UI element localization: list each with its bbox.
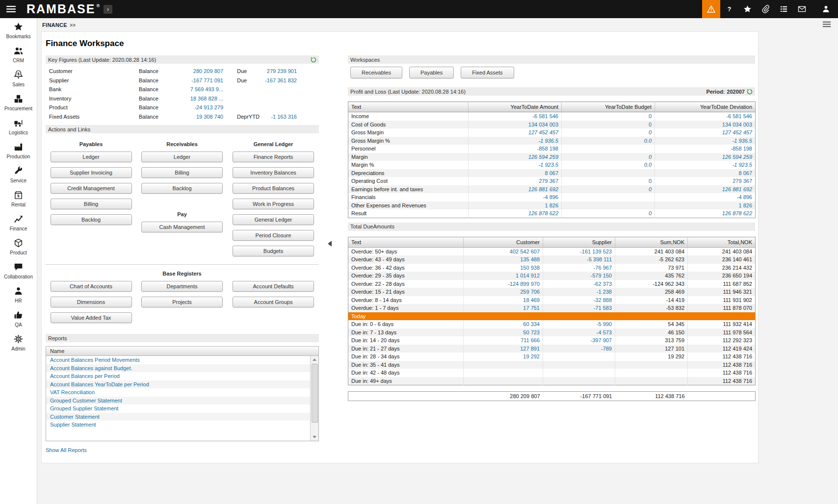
due-column-header-text[interactable]: Text bbox=[348, 237, 464, 247]
pl-deviation[interactable]: -858 198 bbox=[655, 145, 756, 153]
key-figure-balance-value[interactable]: 18 368 828 ... bbox=[169, 96, 223, 101]
report-link-vat-reconciliation[interactable]: VAT Reconciliation bbox=[46, 388, 311, 397]
button-billing[interactable]: Billing bbox=[51, 199, 132, 209]
due-supplier[interactable] bbox=[543, 369, 615, 377]
due-supplier[interactable]: -62 373 bbox=[543, 280, 615, 288]
due-customer[interactable]: 50 723 bbox=[464, 328, 543, 337]
reports-scrollbar[interactable] bbox=[310, 356, 318, 441]
report-link-account-balances-per-period[interactable]: Account Balances per Period bbox=[46, 372, 311, 380]
button-dimensions[interactable]: Dimensions bbox=[51, 297, 132, 307]
pl-deviation[interactable]: -6 581 546 bbox=[655, 112, 756, 121]
star-icon[interactable] bbox=[738, 0, 757, 18]
pl-column-header-yeartodate-amount[interactable]: YearToDate Amount bbox=[469, 102, 562, 112]
key-figure-balance-value[interactable]: -167 771 091 bbox=[169, 77, 223, 83]
scroll-thumb[interactable] bbox=[312, 364, 318, 423]
key-figure-extra-value[interactable]: -1 163 316 bbox=[262, 114, 297, 120]
sidebar-item-procurement[interactable]: Procurement bbox=[0, 90, 37, 114]
due-supplier[interactable]: -397 907 bbox=[543, 336, 615, 345]
due-customer[interactable]: 150 938 bbox=[464, 264, 543, 272]
due-supplier[interactable]: -579 150 bbox=[543, 272, 615, 280]
help-icon[interactable]: ? bbox=[720, 0, 738, 18]
button-general-ledger[interactable]: General Ledger bbox=[233, 214, 314, 225]
sidebar-item-admin[interactable]: Admin bbox=[0, 330, 37, 354]
due-customer[interactable] bbox=[464, 377, 543, 385]
sidebar-item-crm[interactable]: CRM bbox=[0, 42, 37, 66]
pl-amount[interactable]: 127 452 457 bbox=[469, 128, 562, 137]
pl-column-header-yeartodate-budget[interactable]: YearToDate Budget bbox=[562, 102, 655, 112]
due-supplier[interactable]: -1 238 bbox=[543, 288, 615, 296]
due-customer[interactable]: 259 706 bbox=[464, 288, 543, 296]
report-link-supplier-statement[interactable]: Supplier Statement bbox=[46, 421, 311, 429]
report-link-account-balances-period-movements[interactable]: Account Balances Period Movements bbox=[46, 356, 311, 364]
sidebar-item-hr[interactable]: HR bbox=[0, 282, 37, 306]
report-link-grouped-supplier-statement[interactable]: Grouped Supplier Statement bbox=[46, 404, 311, 413]
pl-deviation[interactable]: 134 034 003 bbox=[655, 121, 756, 129]
pl-deviation[interactable]: 279 367 bbox=[655, 177, 756, 185]
report-link-customer-statement[interactable]: Customer Statement bbox=[46, 413, 311, 421]
period-value[interactable]: 202007 bbox=[727, 89, 745, 95]
pl-deviation[interactable]: 126 594 259 bbox=[655, 153, 756, 161]
due-customer[interactable] bbox=[464, 369, 543, 377]
collapse-panel-arrow[interactable] bbox=[328, 241, 332, 247]
pl-amount[interactable]: -6 581 546 bbox=[469, 112, 562, 121]
report-link-account-balances-yeartodate-per-period[interactable]: Account Balances YearToDate per Period bbox=[46, 380, 311, 389]
pl-deviation[interactable]: 126 881 692 bbox=[655, 185, 756, 194]
due-supplier[interactable]: -161 139 523 bbox=[543, 247, 615, 255]
due-supplier[interactable] bbox=[543, 361, 615, 369]
pl-amount[interactable]: -4 896 bbox=[469, 193, 562, 202]
button-departments[interactable]: Departments bbox=[141, 281, 223, 292]
alert-icon[interactable] bbox=[702, 0, 720, 18]
attachment-icon[interactable] bbox=[757, 0, 775, 18]
pl-amount[interactable]: 126 878 622 bbox=[469, 209, 562, 218]
pl-deviation[interactable]: 127 452 457 bbox=[655, 128, 756, 137]
pl-column-header-yeartodate-deviation[interactable]: YearToDate Deviation bbox=[655, 102, 756, 112]
show-all-reports-link[interactable]: Show All Reports bbox=[46, 447, 87, 453]
sidebar-item-product[interactable]: Product bbox=[0, 234, 37, 258]
refresh-icon[interactable] bbox=[311, 57, 316, 63]
due-supplier[interactable] bbox=[543, 377, 615, 385]
button-billing[interactable]: Billing bbox=[141, 167, 223, 178]
button-account-defaults[interactable]: Account Defaults bbox=[233, 281, 314, 292]
due-customer[interactable]: 60 334 bbox=[464, 320, 543, 328]
workspace-menu-button[interactable] bbox=[822, 21, 831, 28]
button-backlog[interactable]: Backlog bbox=[141, 183, 223, 194]
button-budgets[interactable]: Budgets bbox=[233, 246, 314, 256]
due-column-header-sum-nok[interactable]: Sum,NOK bbox=[615, 237, 688, 247]
breadcrumb-section[interactable]: FINANCE bbox=[42, 22, 67, 28]
pl-amount[interactable]: 126 594 259 bbox=[469, 153, 562, 161]
sidebar-item-finance[interactable]: Finance bbox=[0, 210, 37, 234]
reports-column-header[interactable]: Name bbox=[46, 347, 318, 356]
due-supplier[interactable]: -71 583 bbox=[543, 304, 615, 312]
sidebar-item-sales[interactable]: $Sales bbox=[0, 66, 37, 90]
due-customer[interactable]: 402 542 607 bbox=[464, 247, 543, 255]
sidebar-item-rental[interactable]: $Rental bbox=[0, 186, 37, 210]
button-supplier-invoicing[interactable]: Supplier Invoicing bbox=[51, 167, 132, 178]
workspace-button-payables[interactable]: Payables bbox=[409, 67, 454, 78]
due-column-header-supplier[interactable]: Supplier bbox=[543, 237, 615, 247]
breadcrumb[interactable]: FINANCE >> bbox=[42, 22, 76, 28]
pl-deviation[interactable]: -1 923.5 bbox=[655, 161, 756, 169]
apps-icon[interactable] bbox=[775, 0, 793, 18]
button-cash-management[interactable]: Cash Management bbox=[141, 222, 223, 232]
due-supplier[interactable]: -76 967 bbox=[543, 264, 615, 272]
key-figure-balance-value[interactable]: 7 569 493 9... bbox=[169, 86, 223, 92]
main-menu-button[interactable] bbox=[0, 0, 22, 18]
pl-deviation[interactable]: 8 067 bbox=[655, 169, 756, 177]
pl-amount[interactable]: 279 367 bbox=[469, 177, 562, 185]
pl-deviation[interactable]: 1 826 bbox=[655, 202, 756, 210]
button-value-added-tax[interactable]: Value Added Tax bbox=[51, 312, 132, 323]
sidebar-item-bookmarks[interactable]: Bookmarks bbox=[0, 18, 37, 42]
button-backlog[interactable]: Backlog bbox=[51, 214, 132, 225]
key-figure-extra-value[interactable]: -167 361 832 bbox=[262, 77, 297, 83]
due-supplier[interactable]: -5 398 111 bbox=[543, 255, 615, 264]
due-customer[interactable]: 135 488 bbox=[464, 255, 543, 264]
sidebar-item-service[interactable]: Service bbox=[0, 162, 37, 186]
key-figure-balance-value[interactable]: 280 209 807 bbox=[169, 68, 223, 74]
key-figure-extra-value[interactable]: 279 239 901 bbox=[262, 68, 297, 74]
button-period-closure[interactable]: Period Closure bbox=[233, 230, 314, 241]
due-customer[interactable]: 711 666 bbox=[464, 336, 543, 345]
pl-amount[interactable]: 134 034 003 bbox=[469, 121, 562, 129]
due-column-header-total-nok[interactable]: Total,NOK bbox=[688, 237, 756, 247]
pl-amount[interactable]: 8 067 bbox=[469, 169, 562, 177]
button-work-in-progress[interactable]: Work in Progress bbox=[233, 199, 314, 209]
